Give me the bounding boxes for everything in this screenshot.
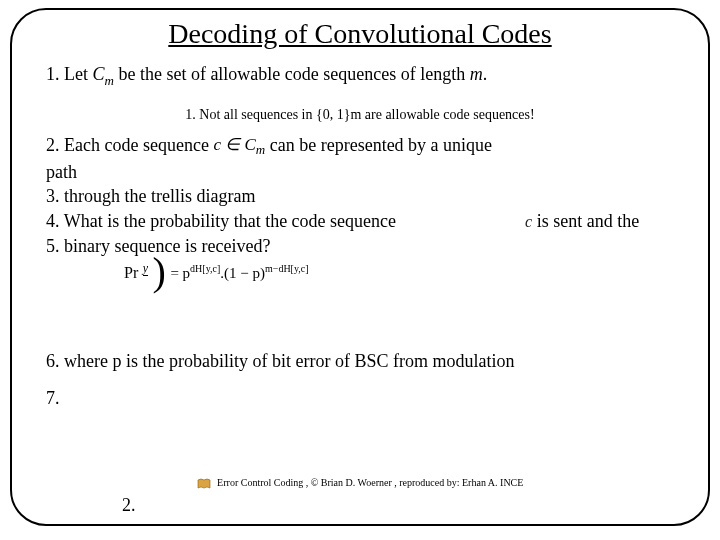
trailing-number-2: 2. <box>122 495 136 516</box>
symbol-c-in-Cm: c ∈ Cm <box>213 133 265 159</box>
p2-path: path <box>46 160 680 185</box>
point-4-line: 4. What is the probability that the code… <box>46 209 680 234</box>
p2-post: can be represented by a unique <box>270 135 492 155</box>
footer: Error Control Coding , © Brian D. Woerne… <box>12 477 708 490</box>
p1-m-end: m <box>470 64 483 84</box>
body-block: 2. Each code sequence c ∈ Cm can be repr… <box>46 133 680 317</box>
formula-rest: .(1 − p) <box>220 265 265 281</box>
p1-Cm-m: m <box>105 73 114 88</box>
point-2-line: 2. Each code sequence c ∈ Cm can be repr… <box>46 133 680 160</box>
probability-formula: Pr y ) = pdH[y,c].(1 − p)m−dH[y,c] <box>46 261 680 317</box>
book-icon <box>197 478 211 490</box>
point-7: 7. <box>46 388 680 409</box>
p1-dot: . <box>483 64 488 84</box>
point-1: 1. Let Cm be the set of allowable code s… <box>46 64 680 89</box>
point-3: 3. through the trellis diagram <box>46 184 680 209</box>
p4-post: is sent and the <box>537 211 639 231</box>
formula-eq: = p <box>170 265 190 281</box>
p4-pre: 4. What is the probability that the code… <box>46 211 401 231</box>
point-5: 5. binary sequence is received? <box>46 234 680 259</box>
formula-exp2: m−dH[y,c] <box>265 263 309 274</box>
formula-pr: Pr <box>124 264 138 281</box>
page-title: Decoding of Convolutional Codes <box>40 18 680 50</box>
footer-author: © Brian D. Woerner <box>311 477 392 488</box>
footer-reproduced: reproduced by: Erhan A. INCE <box>399 477 523 488</box>
formula-exp1: dH[y,c] <box>190 263 220 274</box>
sub-point-1: 1. Not all sequences in {0, 1}m are allo… <box>40 107 680 123</box>
big-paren-icon: ) <box>153 255 166 289</box>
p1-pre: 1. Let <box>46 64 93 84</box>
formula-frac-yc: y <box>143 262 148 289</box>
p1-Cm-C: C <box>93 64 105 84</box>
footer-course: Error Control Coding <box>217 477 303 488</box>
symbol-c: c <box>525 213 532 230</box>
p1-post: be the set of allowable code sequences o… <box>114 64 470 84</box>
point-6: 6. where p is the probability of bit err… <box>46 351 680 372</box>
slide-frame: Decoding of Convolutional Codes 1. Let C… <box>10 8 710 526</box>
p2-pre: 2. Each code sequence <box>46 135 213 155</box>
